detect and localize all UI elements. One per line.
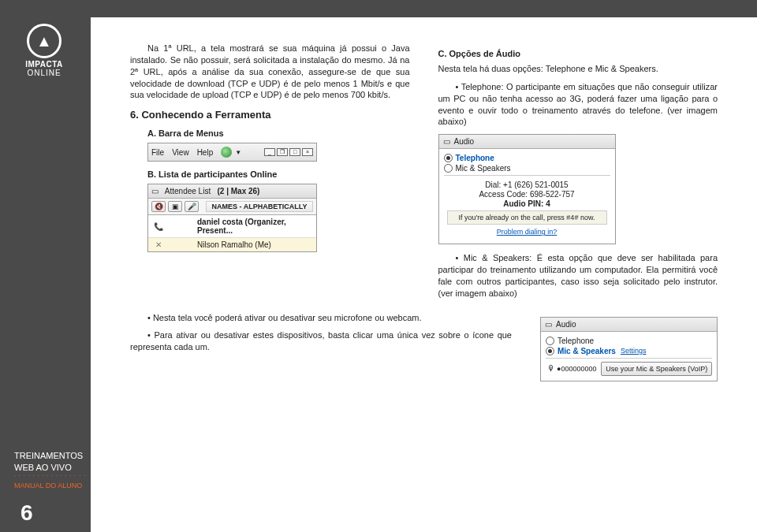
attendee-name-2[interactable]: Nilson Ramalho (Me)	[194, 240, 313, 249]
pin-note: If you're already on the call, press #4#…	[447, 210, 607, 225]
dial-info: Dial: +1 (626) 521-0015 Access Code: 698…	[444, 175, 610, 239]
maximize-button[interactable]: □	[289, 148, 300, 156]
divider-dots: · · · · · · · · · · · · · · · ·	[14, 473, 91, 478]
menu-view[interactable]: View	[172, 148, 189, 157]
option-telephone-label: Telephone	[456, 154, 494, 162]
microphone-icon: 🎙	[546, 364, 557, 373]
option2-telephone-label: Telephone	[557, 337, 594, 345]
intro-paragraph: Na 1ª URL, a tela mostrará se sua máquin…	[130, 43, 410, 101]
problem-dialing-link[interactable]: Problem dialing in?	[447, 228, 607, 236]
webcam-icon[interactable]: ▣	[168, 201, 182, 212]
audio-pin: Audio PIN: 4	[447, 199, 607, 208]
column-right: C. Opções de Áudio Nesta tela há duas op…	[438, 43, 718, 306]
collapse-icon[interactable]: ▭	[545, 320, 552, 329]
sidebar-title-1: TREINAMENTOS	[14, 450, 91, 461]
option-telephone[interactable]: Telephone	[444, 154, 610, 162]
figure-attendee-list: ▭ Attendee List (2 | Max 26) 🔇 ▣ 🎤 NAMES…	[147, 184, 317, 252]
page-header-bar	[0, 0, 757, 17]
logo-glyph-icon: ▲	[36, 32, 52, 50]
attendee-titlebar[interactable]: ▭ Attendee List (2 | Max 26)	[148, 184, 316, 199]
brand-sub: ONLINE	[19, 69, 69, 77]
option-mic[interactable]: Mic & Speakers	[444, 164, 610, 173]
dropdown-arrow-icon[interactable]: ▼	[235, 149, 241, 156]
figure-audio-telephone: ▭ Audio Telephone Mic & Speakers Dial: +…	[438, 134, 616, 244]
figure-menubar: File View Help ▼ _ ❐ □ ×	[147, 143, 317, 162]
globe-icon[interactable]	[221, 147, 232, 158]
attendee-header[interactable]: NAMES - ALPHABETICALLY	[206, 201, 313, 212]
sidebar-manual: MANUAL DO ALUNO	[14, 482, 91, 489]
menu-file[interactable]: File	[151, 148, 164, 157]
figure-audio-mic: ▭ Audio Telephone Mic & SpeakersSettings…	[540, 317, 718, 381]
attendee-title: Attendee List	[165, 187, 211, 195]
bullet-mic-speakers: • Mic & Speakers: É esta opção que deve …	[438, 252, 718, 299]
attendee-row: ✕ Nilson Ramalho (Me)	[148, 238, 316, 251]
use-mic-button[interactable]: Use your Mic & Speakers (VoIP)	[601, 362, 712, 376]
menu-help[interactable]: Help	[197, 148, 214, 157]
bottom-row: • Nesta tela você poderá ativar ou desat…	[130, 312, 718, 389]
audio-titlebar[interactable]: ▭ Audio	[439, 135, 615, 149]
audio-title: Audio	[454, 137, 475, 146]
mic-icon[interactable]: 🎤	[185, 201, 199, 212]
mic-level-text: ●000000000	[557, 365, 596, 373]
audio-settings-link[interactable]: Settings	[621, 347, 647, 355]
attendee-row: 📞 daniel costa (Organizer, Present...	[148, 215, 316, 238]
sidebar-title-2: WEB AO VIVO	[14, 462, 91, 473]
minimize-button[interactable]: _	[264, 148, 275, 156]
brand-name: IMPACTA	[19, 60, 69, 69]
brand-logo: ▲ IMPACTA ONLINE	[19, 24, 69, 74]
page-content: Na 1ª URL, a tela mostrará se sua máquin…	[91, 17, 757, 405]
radio-icon[interactable]	[444, 164, 453, 173]
brand-text: IMPACTA ONLINE	[19, 60, 69, 77]
phone-off-icon: ✕	[151, 240, 166, 249]
sidebar: ▲ IMPACTA ONLINE TREINAMENTOS WEB AO VIV…	[0, 17, 91, 532]
option2-mic[interactable]: Mic & SpeakersSettings	[546, 347, 712, 355]
section-6-title: 6. Conhecendo a Ferramenta	[130, 109, 410, 121]
restore-button[interactable]: ❐	[277, 148, 288, 156]
subsection-b: B. Lista de participantes Online	[147, 169, 410, 179]
attendee-name-1[interactable]: daniel costa (Organizer, Present...	[194, 218, 313, 235]
radio-selected-icon[interactable]	[546, 347, 554, 355]
phone-icon: 📞	[151, 222, 166, 231]
bottom-bullet-2: • Para ativar ou desativar estes disposi…	[130, 329, 512, 353]
page-number: 6	[21, 500, 91, 526]
radio-icon[interactable]	[546, 337, 554, 345]
attendee-count: (2 | Max 26)	[218, 187, 260, 195]
option2-telephone[interactable]: Telephone	[546, 337, 712, 345]
sidebar-footer: TREINAMENTOS WEB AO VIVO · · · · · · · ·…	[0, 450, 91, 526]
option-mic-label: Mic & Speakers	[456, 164, 511, 173]
logo-circle-icon: ▲	[27, 24, 62, 58]
column-left: Na 1ª URL, a tela mostrará se sua máquin…	[130, 43, 410, 306]
mute-icon[interactable]: 🔇	[151, 201, 166, 212]
audio2-title: Audio	[556, 320, 576, 329]
collapse-icon[interactable]: ▭	[443, 137, 450, 146]
audio2-titlebar[interactable]: ▭ Audio	[541, 318, 717, 332]
subsection-a: A. Barra de Menus	[147, 128, 410, 138]
option2-mic-label: Mic & Speakers	[557, 347, 616, 355]
dial-number: Dial: +1 (626) 521-0015	[447, 180, 607, 189]
subsection-c: C. Opções de Áudio	[438, 49, 718, 58]
bottom-bullet-1: • Nesta tela você poderá ativar ou desat…	[130, 312, 512, 324]
audio-intro: Nesta tela há duas opções: Telephone e M…	[438, 63, 718, 75]
bullet-telephone: • Telephone: O participante em situações…	[438, 81, 718, 128]
collapse-icon[interactable]: ▭	[151, 187, 158, 195]
access-code: Access Code: 698-522-757	[447, 190, 607, 199]
close-button[interactable]: ×	[302, 148, 313, 156]
radio-selected-icon[interactable]	[444, 154, 453, 162]
